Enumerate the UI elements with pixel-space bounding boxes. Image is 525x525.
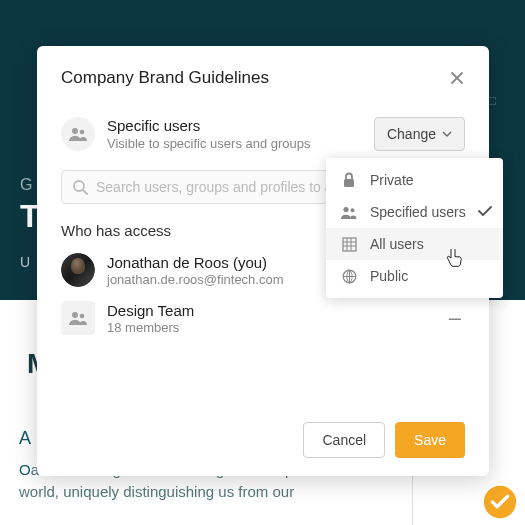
dropdown-item-public[interactable]: Public — [326, 260, 503, 292]
users-icon — [340, 206, 358, 219]
modal-footer: Cancel Save — [303, 422, 465, 458]
group-avatar — [61, 301, 95, 335]
svg-point-1 — [72, 128, 78, 134]
bg-letter-u: U — [20, 254, 30, 270]
dropdown-label: All users — [370, 236, 489, 252]
globe-icon — [340, 269, 358, 284]
lock-icon — [340, 172, 358, 188]
search-icon — [72, 179, 88, 195]
modal-title: Company Brand Guidelines — [61, 68, 269, 88]
user-row: Design Team 18 members – — [61, 301, 465, 335]
dropdown-item-private[interactable]: Private — [326, 164, 503, 196]
badge-check-icon — [481, 483, 519, 521]
modal-header: Company Brand Guidelines — [61, 68, 465, 88]
svg-point-4 — [72, 312, 78, 318]
svg-point-2 — [80, 130, 85, 135]
dropdown-label: Private — [370, 172, 489, 188]
svg-rect-6 — [344, 179, 354, 187]
group-name: Design Team — [107, 302, 433, 320]
users-icon — [68, 311, 88, 325]
permission-subtitle: Visible to specific users and groups — [107, 136, 362, 153]
close-icon — [449, 70, 465, 86]
dropdown-item-all-users[interactable]: All users — [326, 228, 503, 260]
remove-button[interactable]: – — [445, 305, 465, 331]
group-members: 18 members — [107, 320, 433, 336]
permission-title: Specific users — [107, 116, 362, 136]
org-icon — [340, 237, 358, 252]
cancel-button[interactable]: Cancel — [303, 422, 385, 458]
visibility-dropdown: Private Specified users All users Public — [326, 158, 503, 298]
chevron-down-icon — [442, 131, 452, 137]
close-button[interactable] — [449, 70, 465, 86]
svg-point-5 — [80, 314, 85, 319]
group-text: Design Team 18 members — [107, 302, 433, 336]
change-button[interactable]: Change — [374, 117, 465, 151]
svg-point-7 — [343, 206, 348, 211]
dropdown-label: Specified users — [370, 204, 466, 220]
bg-letter-g: G — [20, 176, 32, 194]
dropdown-label: Public — [370, 268, 489, 284]
change-label: Change — [387, 126, 436, 142]
svg-rect-9 — [343, 238, 356, 251]
users-icon — [61, 117, 95, 151]
permission-text: Specific users Visible to specific users… — [107, 116, 362, 152]
permission-row: Specific users Visible to specific users… — [61, 116, 465, 152]
svg-point-8 — [351, 208, 355, 212]
bg-letter-a: A — [19, 428, 31, 449]
avatar — [61, 253, 95, 287]
dropdown-item-specified[interactable]: Specified users — [326, 196, 503, 228]
save-button[interactable]: Save — [395, 422, 465, 458]
check-icon — [478, 204, 492, 220]
